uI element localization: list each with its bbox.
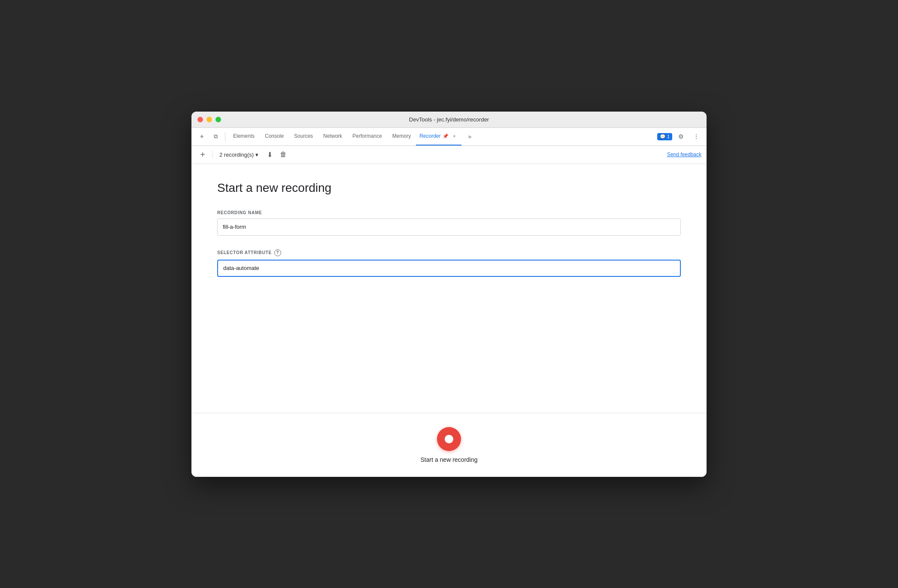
start-recording-button[interactable] [437,427,461,451]
add-recording-button[interactable]: + [197,149,209,161]
feedback-chat-button[interactable]: 💬 1 [657,133,672,140]
dots-icon: ⋮ [693,133,699,140]
download-icon: ⬇ [267,151,273,159]
window-title: DevTools - jec.fyi/demo/recorder [409,116,489,123]
delete-icon: 🗑 [280,151,287,158]
start-recording-label: Start a new recording [420,456,477,463]
recorder-close-button[interactable]: × [451,133,458,139]
traffic-lights [197,117,221,122]
tab-recorder[interactable]: Recorder 📌 × [416,127,461,145]
chat-icon: 💬 [660,134,666,139]
device-toggle-button[interactable]: ⧉ [209,130,222,143]
tab-separator-1 [225,132,225,141]
tab-elements[interactable]: Elements [228,127,260,145]
toolbar-separator [212,150,212,159]
more-options-button[interactable]: ⋮ [689,130,703,143]
selector-attribute-group: SELECTOR ATTRIBUTE ? [217,249,681,277]
recording-name-label: RECORDING NAME [217,210,681,215]
gear-icon: ⚙ [678,133,684,140]
title-bar: DevTools - jec.fyi/demo/recorder [191,112,707,128]
cursor-icon: ⌖ [200,133,203,140]
tabs-overflow-button[interactable]: » [463,130,477,143]
cursor-tool-button[interactable]: ⌖ [195,130,209,143]
settings-button[interactable]: ⚙ [674,130,688,143]
tab-actions: 💬 1 ⚙ ⋮ [657,130,703,143]
close-button[interactable] [197,117,203,122]
bottom-section: Start a new recording [191,413,707,477]
device-icon: ⧉ [214,133,218,140]
recorder-label: Recorder [419,133,440,139]
recording-count: 2 recording(s) [219,152,254,158]
tab-sources[interactable]: Sources [289,127,318,145]
recording-name-input[interactable] [217,218,681,236]
tab-console[interactable]: Console [260,127,289,145]
record-button-inner [445,435,453,443]
maximize-button[interactable] [215,117,221,122]
send-feedback-link[interactable]: Send feedback [667,152,701,158]
recording-name-group: RECORDING NAME [217,210,681,236]
recorder-toolbar: + 2 recording(s) ▾ ⬇ 🗑 Send feedback [191,146,707,164]
chevron-down-icon: ▾ [255,152,258,158]
chat-count: 1 [667,134,670,139]
recording-selector[interactable]: 2 recording(s) ▾ [216,150,262,160]
devtools-tab-bar: ⌖ ⧉ Elements Console Sources Network Per… [191,128,707,146]
delete-button[interactable]: 🗑 [277,149,289,161]
minimize-button[interactable] [206,117,212,122]
tab-network[interactable]: Network [318,127,347,145]
tab-performance[interactable]: Performance [347,127,387,145]
tab-memory[interactable]: Memory [387,127,416,145]
devtools-window: DevTools - jec.fyi/demo/recorder ⌖ ⧉ Ele… [191,112,707,477]
main-content: Start a new recording RECORDING NAME SEL… [191,164,707,413]
overflow-icon: » [468,133,472,140]
download-button[interactable]: ⬇ [264,149,276,161]
help-icon[interactable]: ? [274,249,281,256]
selector-attribute-label: SELECTOR ATTRIBUTE ? [217,249,681,256]
selector-attribute-input[interactable] [217,260,681,277]
plus-icon: + [200,150,205,160]
page-title: Start a new recording [217,181,681,195]
pin-icon: 📌 [443,133,449,139]
